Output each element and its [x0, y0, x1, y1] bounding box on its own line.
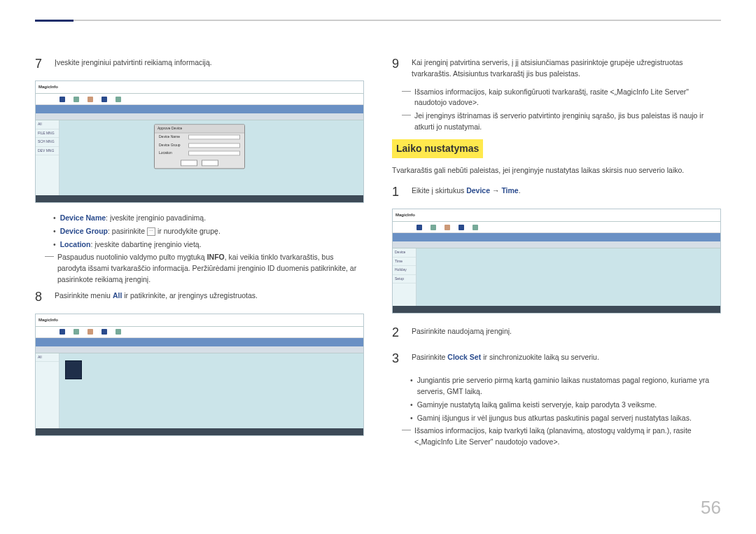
text: Paspaudus nuotolinio valdymo pulto mygtu… — [57, 253, 207, 261]
step-7: 7 Įveskite įrenginiui patvirtinti reikia… — [35, 55, 364, 73]
note-dash: ― Jei įrenginys ištrinamas iš serverio p… — [402, 111, 721, 133]
bullet: • Gaminyje nustatytą laiką galima keisti… — [410, 400, 721, 411]
step-2: 2 Pasirinkite naudojamą įrenginį. — [392, 323, 721, 342]
screenshot-time: MagicInfo Device Time Holiday Setup — [392, 209, 721, 314]
screenshot-footer — [393, 306, 720, 313]
tab-bar — [36, 105, 363, 113]
menu-all: All — [113, 291, 122, 300]
text: Gaminyje nustatytą laiką galima keisti s… — [417, 400, 721, 411]
clock-set: Clock Set — [447, 353, 481, 361]
text: Jungiantis prie serverio pirmą kartą gam… — [417, 375, 721, 398]
sidebar: Device Time Holiday Setup — [393, 248, 416, 306]
dialog-input — [188, 143, 240, 148]
step-number: 9 — [392, 55, 403, 73]
sub-bar — [393, 241, 720, 248]
text: ir nurodykite grupę. — [155, 227, 220, 235]
dialog-label: Location — [159, 150, 186, 156]
side-item: Setup — [393, 275, 416, 284]
toolbar-icons — [36, 327, 363, 338]
tab-bar — [393, 233, 720, 241]
figure-all: MagicInfo All — [35, 314, 364, 436]
step-text: Įveskite įrenginiui patvirtinti reikiamą… — [55, 55, 364, 69]
dialog-title: Approve Device — [155, 125, 244, 134]
note-dash: ― Išsamios informacijos, kaip tvarkyti l… — [402, 426, 721, 448]
step-text: Eikite į skirtukus Device → Time. — [412, 183, 721, 197]
key-info: INFO — [207, 253, 225, 261]
text: Išsamios informacijos, kaip tvarkyti lai… — [414, 426, 721, 448]
figure-approve: MagicInfo All FILE MNG SCH MNG DEV MNG A… — [35, 80, 364, 203]
app-logo: MagicInfo — [396, 212, 415, 218]
ok-button — [181, 160, 197, 166]
app-logo: MagicInfo — [38, 84, 58, 90]
tab-time: Time — [501, 186, 518, 195]
section-intro: Tvarkaraštis gali nebūti paleistas, jei … — [392, 165, 721, 176]
sidebar: All — [36, 353, 59, 428]
right-column: 9 Kai įrenginį patvirtina serveris, į jį… — [392, 55, 721, 450]
step-number: 8 — [35, 288, 46, 307]
text: : įveskite dabartinę įrenginio vietą. — [90, 240, 201, 248]
step-text: Pasirinkite naudojamą įrenginį. — [412, 323, 721, 337]
side-item: Holiday — [393, 266, 416, 275]
file-thumbnail — [65, 360, 82, 379]
app-titlebar: MagicInfo — [36, 81, 363, 94]
tab-device: Device — [466, 186, 490, 195]
dialog-input — [188, 135, 240, 140]
side-item: FILE MNG — [36, 129, 59, 139]
step-1: 1 Eikite į skirtukus Device → Time. — [392, 183, 721, 202]
side-item: SCH MNG — [36, 138, 59, 147]
text: Jei įrenginys ištrinamas iš serverio pat… — [414, 111, 721, 133]
label-location: Location — [60, 240, 91, 248]
text: Išsamios informacijos, kaip sukonfigūruo… — [414, 87, 721, 109]
bullet: • Jungiantis prie serverio pirmą kartą g… — [410, 375, 721, 398]
screenshot-canvas — [416, 248, 720, 306]
figure-time: MagicInfo Device Time Holiday Setup — [392, 209, 721, 314]
screenshot-footer — [36, 195, 363, 202]
side-item: Device — [393, 248, 416, 258]
bullet: • Device Name: įveskite įrenginio pavadi… — [53, 213, 364, 224]
app-logo: MagicInfo — [38, 317, 58, 323]
left-column: 7 Įveskite įrenginiui patvirtinti reikia… — [35, 55, 364, 450]
bullet: • Location: įveskite dabartinę įrenginio… — [53, 239, 364, 251]
note-dash: ― Paspaudus nuotolinio valdymo pulto myg… — [45, 252, 364, 285]
label-device-group: Device Group — [60, 227, 108, 235]
label-device-name: Device Name — [60, 213, 106, 222]
side-item: DEV MNG — [36, 147, 59, 156]
side-item: Time — [393, 258, 416, 267]
screenshot-canvas — [59, 353, 363, 428]
step-text: Pasirinkite meniu All ir patikrinkite, a… — [55, 288, 364, 302]
text: Gaminį išjungus ir vėl įjungus bus atkur… — [417, 413, 721, 424]
step-text: Kai įrenginį patvirtina serveris, į jį a… — [412, 55, 721, 80]
toolbar-icons — [36, 94, 363, 105]
screenshot-approve: MagicInfo All FILE MNG SCH MNG DEV MNG A… — [35, 80, 364, 203]
approve-dialog: Approve Device Device Name Device Group … — [154, 124, 245, 169]
content-columns: 7 Įveskite įrenginiui patvirtinti reikia… — [35, 55, 721, 450]
step-number: 7 — [35, 55, 46, 73]
page-rule — [35, 20, 721, 21]
step-number: 1 — [392, 183, 403, 202]
text: : įveskite įrenginio pavadinimą. — [106, 213, 206, 222]
screenshot-footer — [36, 428, 363, 435]
page-number: 56 — [701, 494, 721, 521]
app-titlebar: MagicInfo — [393, 209, 720, 222]
tab-bar — [36, 338, 363, 346]
sub-bar — [36, 346, 363, 353]
bullet: • Device Group: pasirinkite ir nurodykit… — [53, 226, 364, 237]
page-rule-accent — [35, 20, 74, 22]
toolbar-icons — [393, 222, 720, 233]
step-3: 3 Pasirinkite Clock Set ir sinchronizuok… — [392, 349, 721, 368]
step-8: 8 Pasirinkite meniu All ir patikrinkite,… — [35, 288, 364, 307]
step-number: 2 — [392, 323, 403, 342]
section-heading: Laiko nustatymas — [392, 139, 483, 158]
step-text: Pasirinkite Clock Set ir sinchronizuokit… — [412, 349, 721, 363]
dialog-input — [188, 151, 240, 156]
side-item: All — [36, 353, 59, 363]
step-number: 3 — [392, 349, 403, 368]
app-titlebar: MagicInfo — [36, 314, 363, 327]
step-9: 9 Kai įrenginį patvirtina serveris, į jį… — [392, 55, 721, 80]
sub-bar — [36, 113, 363, 120]
sidebar: All FILE MNG SCH MNG DEV MNG — [36, 120, 59, 195]
dialog-label: Device Name — [159, 134, 186, 140]
screenshot-all: MagicInfo All — [35, 314, 364, 436]
note-dash: ― Išsamios informacijos, kaip sukonfigūr… — [402, 87, 721, 109]
dialog-label: Device Group — [159, 143, 186, 148]
